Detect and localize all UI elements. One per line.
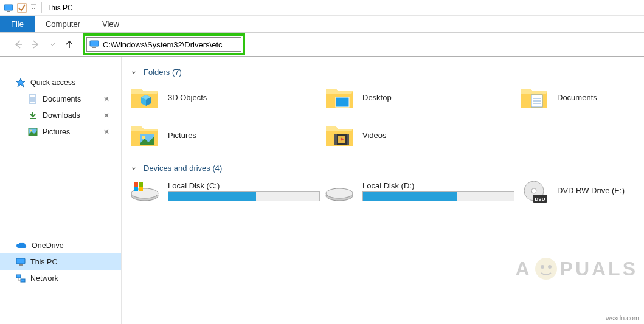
picture-icon [28, 127, 38, 137]
file-tab[interactable]: File [0, 16, 35, 32]
cloud-icon [16, 241, 27, 250]
capacity-bar [168, 191, 320, 201]
content-pane: Folders (7) 3D Objects Desktop [122, 57, 644, 324]
pc-icon [16, 258, 26, 266]
hdd-icon [325, 180, 354, 202]
address-input[interactable] [103, 40, 238, 49]
svg-rect-16 [19, 264, 23, 266]
svg-point-40 [531, 188, 536, 193]
svg-rect-19 [336, 97, 349, 107]
document-icon [28, 94, 38, 104]
tab-view[interactable]: View [91, 16, 130, 32]
folder-videos[interactable]: Videos [322, 119, 517, 151]
svg-rect-6 [90, 41, 99, 46]
folder-icon [130, 84, 159, 111]
drive-dvd-e[interactable]: DVD DVD RW Drive (E:) [517, 178, 644, 204]
app-icon [4, 3, 13, 13]
svg-text:DVD: DVD [535, 196, 545, 202]
ribbon: File Computer View [0, 16, 644, 33]
svg-rect-29 [347, 134, 349, 145]
folder-documents[interactable]: Documents [517, 81, 644, 113]
chevron-down-icon [130, 163, 140, 173]
window-title: This PC [47, 4, 73, 12]
folder-3d-objects[interactable]: 3D Objects [128, 81, 322, 113]
pin-icon [103, 112, 110, 119]
pc-icon [89, 40, 99, 49]
sidebar-item-pictures[interactable]: Pictures [0, 123, 121, 140]
drive-local-c[interactable]: Local Disk (C:) [128, 178, 322, 204]
folder-icon [130, 122, 159, 148]
credit-text: wsxdn.com [606, 314, 639, 322]
svg-rect-36 [139, 187, 143, 191]
pin-icon [103, 128, 110, 136]
chevron-down-icon [130, 67, 140, 77]
qat-dropdown-icon[interactable] [30, 3, 36, 13]
svg-rect-1 [7, 11, 10, 12]
download-icon [28, 111, 38, 120]
folders-group-header[interactable]: Folders (7) [128, 67, 644, 77]
folder-desktop[interactable]: Desktop [322, 81, 517, 113]
hdd-icon [130, 180, 159, 202]
recent-dropdown[interactable] [44, 36, 61, 53]
title-bar: This PC [0, 0, 644, 16]
folder-pictures[interactable]: Pictures [128, 119, 322, 151]
drive-local-d[interactable]: Local Disk (D:) [322, 178, 517, 204]
up-button[interactable] [61, 36, 78, 53]
network-icon [16, 274, 26, 283]
dvd-icon: DVD [519, 180, 549, 202]
drives-group-header[interactable]: Devices and drives (4) [128, 163, 644, 173]
capacity-bar [362, 191, 514, 201]
back-button[interactable] [10, 36, 27, 53]
svg-rect-33 [134, 182, 138, 187]
svg-rect-35 [134, 187, 138, 191]
sidebar-quick-access[interactable]: Quick access [0, 74, 121, 91]
folder-icon [325, 84, 354, 111]
folder-icon [519, 84, 549, 111]
sidebar-this-pc[interactable]: This PC [0, 253, 121, 270]
svg-rect-0 [4, 5, 13, 10]
folder-icon [325, 122, 354, 148]
sidebar-onedrive[interactable]: OneDrive [0, 237, 121, 253]
sidebar-item-downloads[interactable]: Downloads [0, 107, 121, 123]
star-icon [16, 78, 26, 88]
address-bar[interactable] [86, 37, 241, 52]
sidebar-network[interactable]: Network [0, 270, 121, 286]
svg-rect-7 [92, 47, 96, 48]
forward-button[interactable] [27, 36, 44, 53]
navigation-bar [0, 33, 644, 57]
sidebar-item-documents[interactable]: Documents [0, 91, 121, 107]
svg-point-38 [326, 188, 353, 198]
address-bar-highlight [83, 33, 245, 55]
navigation-pane: Quick access Documents Downloads Pict [0, 57, 122, 324]
checkbox-icon[interactable] [17, 3, 27, 13]
tab-computer[interactable]: Computer [35, 16, 91, 32]
pin-icon [103, 95, 110, 103]
svg-rect-28 [334, 134, 337, 145]
svg-rect-18 [21, 279, 25, 282]
svg-rect-17 [16, 275, 21, 278]
svg-rect-34 [139, 182, 143, 187]
svg-rect-15 [16, 258, 25, 264]
